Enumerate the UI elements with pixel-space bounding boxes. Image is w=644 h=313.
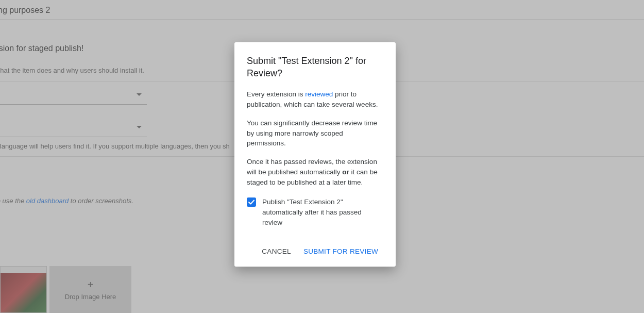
cancel-button[interactable]: CANCEL — [257, 243, 296, 259]
auto-publish-checkbox-label: Publish "Test Extension 2" automatically… — [262, 197, 383, 228]
dialog-title: Submit "Test Extension 2" for Review? — [247, 55, 383, 80]
dialog-paragraph-1: Every extension is reviewed prior to pub… — [247, 89, 383, 110]
dialog-body: Every extension is reviewed prior to pub… — [247, 89, 383, 228]
auto-publish-checkbox-row: Publish "Test Extension 2" automatically… — [247, 197, 383, 228]
checkmark-icon — [248, 199, 255, 206]
reviewed-link[interactable]: reviewed — [305, 90, 333, 98]
dialog-actions: CANCEL SUBMIT FOR REVIEW — [247, 243, 383, 259]
dialog-paragraph-3: Once it has passed reviews, the extensio… — [247, 157, 383, 188]
submit-for-review-button[interactable]: SUBMIT FOR REVIEW — [298, 243, 383, 259]
submit-review-dialog: Submit "Test Extension 2" for Review? Ev… — [234, 42, 396, 267]
auto-publish-checkbox[interactable] — [247, 197, 256, 207]
dialog-paragraph-2: You can significantly decrease review ti… — [247, 118, 383, 149]
